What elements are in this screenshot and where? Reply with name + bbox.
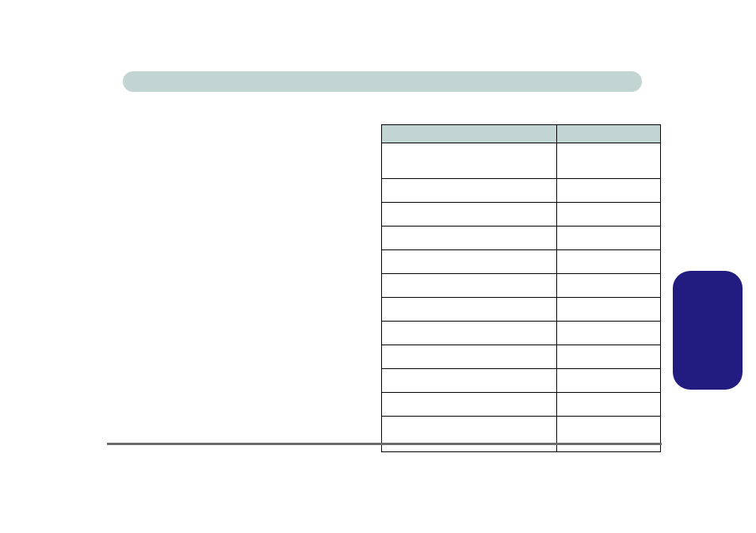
table-header-cell (557, 125, 661, 143)
table-cell (382, 250, 557, 274)
table-row (382, 203, 661, 227)
side-tab[interactable] (673, 271, 743, 390)
table-cell (557, 369, 661, 393)
header-bar (123, 71, 642, 92)
table-cell (557, 393, 661, 417)
table-header-cell (382, 125, 557, 143)
table-cell (382, 179, 557, 203)
table-cell (382, 298, 557, 322)
table-cell (382, 143, 557, 179)
table-row (382, 227, 661, 250)
table-cell (382, 322, 557, 345)
table-row (382, 322, 661, 345)
table-row (382, 179, 661, 203)
table-cell (382, 393, 557, 417)
table-cell (557, 143, 661, 179)
table-cell (557, 250, 661, 274)
table-cell (557, 227, 661, 250)
table-row (382, 298, 661, 322)
data-table (381, 124, 661, 452)
table-cell (557, 345, 661, 369)
table-cell (382, 203, 557, 227)
table-row (382, 369, 661, 393)
table-cell (557, 417, 661, 452)
table-cell (382, 369, 557, 393)
table-cell (557, 203, 661, 227)
table-cell (382, 345, 557, 369)
table-cell (557, 179, 661, 203)
table-row (382, 274, 661, 298)
table-cell (557, 298, 661, 322)
table-row (382, 345, 661, 369)
table-row (382, 250, 661, 274)
horizontal-divider (107, 443, 662, 445)
table-cell (557, 322, 661, 345)
table-row (382, 393, 661, 417)
table-body (382, 143, 661, 452)
table-cell (557, 274, 661, 298)
table-row (382, 143, 661, 179)
table-cell (382, 417, 557, 452)
table-row (382, 417, 661, 452)
table-header-row (382, 125, 661, 143)
table-cell (382, 274, 557, 298)
table-cell (382, 227, 557, 250)
